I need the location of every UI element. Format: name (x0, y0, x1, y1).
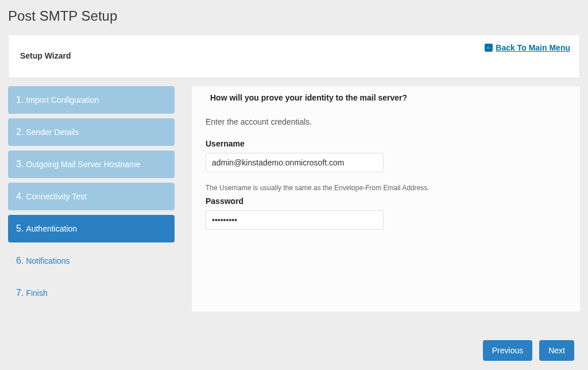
arrow-left-icon: ← (485, 44, 493, 52)
previous-button[interactable]: Previous (483, 340, 532, 361)
step-number: 6. (16, 256, 24, 266)
step-number: 1. (16, 95, 24, 105)
step-label: Sender Details (26, 128, 79, 137)
step-number: 2. (16, 127, 24, 137)
step-number: 3. (16, 159, 24, 169)
step-label: Notifications (26, 256, 69, 265)
step-finish[interactable]: 7. Finish (8, 279, 175, 307)
step-label: Authentication (26, 224, 77, 233)
button-row: Previous Next (483, 340, 574, 361)
header-card: Setup Wizard ← Back To Main Menu (8, 34, 580, 78)
page-title: Post SMTP Setup (0, 0, 588, 34)
step-authentication[interactable]: 5. Authentication (8, 215, 175, 242)
step-outgoing-mail-server-hostname[interactable]: 3. Outgoing Mail Server Hostname (8, 151, 175, 178)
main-area: 1. Import Configuration 2. Sender Detail… (8, 86, 580, 311)
password-label: Password (206, 196, 566, 206)
back-to-main-menu-link[interactable]: ← Back To Main Menu (485, 43, 570, 52)
step-import-configuration[interactable]: 1. Import Configuration (8, 86, 175, 114)
content-panel: How will you prove your identity to the … (192, 86, 580, 311)
step-label: Outgoing Mail Server Hostname (26, 160, 140, 169)
next-button[interactable]: Next (539, 340, 574, 361)
username-label: Username (206, 139, 566, 148)
step-label: Import Configuration (26, 95, 99, 105)
password-input[interactable] (206, 210, 384, 230)
step-label: Connectivity Test (26, 192, 87, 201)
step-connectivity-test[interactable]: 4. Connectivity Test (8, 183, 175, 210)
step-notifications[interactable]: 6. Notifications (8, 247, 175, 275)
content-instructions: Enter the account credentials. (206, 117, 566, 126)
username-helper-text: The Username is usually the same as the … (206, 184, 566, 192)
step-number: 4. (16, 191, 24, 202)
username-input[interactable] (206, 153, 384, 172)
step-number: 7. (16, 288, 24, 298)
step-sender-details[interactable]: 2. Sender Details (8, 118, 175, 146)
back-link-text: Back To Main Menu (496, 43, 570, 52)
wizard-title: Setup Wizard (20, 51, 570, 60)
content-heading: How will you prove your identity to the … (210, 93, 566, 102)
step-label: Finish (26, 288, 47, 298)
wizard-steps: 1. Import Configuration 2. Sender Detail… (8, 86, 175, 311)
step-number: 5. (16, 223, 24, 234)
